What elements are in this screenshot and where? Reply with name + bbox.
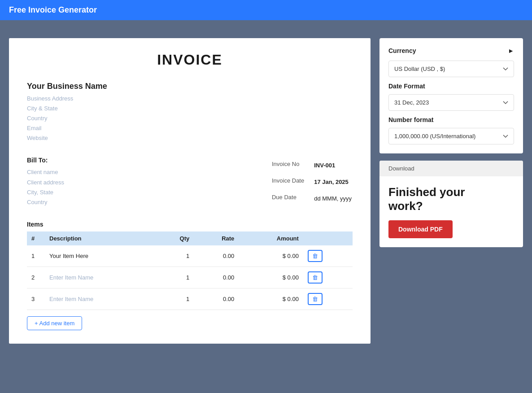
col-num: # — [27, 231, 45, 245]
download-heading-line1: Finished your — [388, 185, 465, 199]
invoice-no-value: INV-001 — [314, 157, 352, 173]
business-email-placeholder: Email — [27, 123, 353, 133]
invoice-meta-section: Invoice No INV-001 Invoice Date 17 Jan, … — [190, 157, 353, 207]
col-action — [303, 231, 353, 245]
download-card-body: Finished your work? Download PDF — [379, 176, 523, 247]
item-rate: 0.00 — [194, 288, 239, 310]
item-num: 1 — [27, 245, 45, 267]
bill-section: Bill To: Client name Client address City… — [27, 157, 353, 207]
invoice-date-label: Invoice Date — [272, 174, 313, 190]
client-name-placeholder: Client name — [27, 167, 190, 177]
item-amount: $ 0.00 — [239, 266, 303, 288]
date-format-label: Date Format — [388, 83, 514, 90]
items-table: # Description Qty Rate Amount 1Your Item… — [27, 231, 353, 310]
item-description: Your Item Here — [45, 245, 155, 267]
download-heading: Finished your work? — [388, 185, 514, 213]
due-date-value: dd MMM, yyyy — [314, 191, 352, 206]
invoice-title: INVOICE — [27, 52, 353, 68]
item-qty: 1 — [155, 245, 194, 267]
client-country-placeholder: Country — [27, 197, 190, 207]
item-num: 3 — [27, 288, 45, 310]
item-rate: 0.00 — [194, 245, 239, 267]
items-label: Items — [27, 221, 353, 228]
main-content: INVOICE Your Business Name Business Addr… — [0, 20, 532, 353]
bill-to-label: Bill To: — [27, 157, 190, 164]
invoice-date-value: 17 Jan, 2025 — [314, 174, 352, 190]
business-city-state-placeholder: City & State — [27, 104, 353, 114]
col-amount: Amount — [239, 231, 303, 245]
invoice-meta-table: Invoice No INV-001 Invoice Date 17 Jan, … — [271, 157, 353, 207]
number-format-label: Number format — [388, 116, 514, 123]
table-row: 3Enter Item Name10.00$ 0.00🗑 — [27, 288, 353, 310]
add-item-button[interactable]: + Add new item — [27, 316, 82, 330]
currency-select[interactable]: US Dollar (USD , $) Euro (EUR , €) Briti… — [388, 61, 514, 77]
item-description: Enter Item Name — [45, 266, 155, 288]
item-num: 2 — [27, 266, 45, 288]
delete-item-button[interactable]: 🗑 — [308, 250, 323, 262]
col-qty: Qty — [155, 231, 194, 245]
invoice-panel: INVOICE Your Business Name Business Addr… — [9, 38, 371, 344]
item-rate: 0.00 — [194, 266, 239, 288]
currency-section-header: Currency ► — [388, 47, 514, 54]
download-heading-line2: work? — [388, 199, 423, 213]
table-row: 2Enter Item Name10.00$ 0.00🗑 — [27, 266, 353, 288]
currency-label: Currency — [388, 47, 416, 54]
date-format-select[interactable]: 31 Dec, 2023 12/31/2023 2023-12-31 — [388, 94, 514, 111]
client-address-placeholder: Client address — [27, 178, 190, 188]
business-address-placeholder: Business Address — [27, 94, 353, 104]
settings-card: Currency ► US Dollar (USD , $) Euro (EUR… — [379, 38, 523, 153]
business-name: Your Business Name — [27, 82, 353, 91]
bill-to-section: Bill To: Client name Client address City… — [27, 157, 190, 207]
due-date-label: Due Date — [272, 191, 313, 206]
item-amount: $ 0.00 — [239, 288, 303, 310]
client-city-state-placeholder: City, State — [27, 188, 190, 197]
delete-item-button[interactable]: 🗑 — [308, 271, 323, 284]
table-row: 1Your Item Here10.00$ 0.00🗑 — [27, 245, 353, 267]
business-website-placeholder: Website — [27, 133, 353, 143]
item-description: Enter Item Name — [45, 288, 155, 310]
download-pdf-button[interactable]: Download PDF — [388, 220, 453, 238]
item-qty: 1 — [155, 266, 194, 288]
col-description: Description — [45, 231, 155, 245]
business-country-placeholder: Country — [27, 114, 353, 123]
number-format-select[interactable]: 1,000,000.00 (US/International) 1.000.00… — [388, 128, 514, 144]
delete-item-button[interactable]: 🗑 — [308, 293, 323, 305]
download-card-header: Download — [379, 161, 523, 176]
item-qty: 1 — [155, 288, 194, 310]
items-table-header: # Description Qty Rate Amount — [27, 231, 353, 245]
download-card: Download Finished your work? Download PD… — [379, 161, 523, 247]
invoice-no-label: Invoice No — [272, 157, 313, 173]
client-info: Client name Client address City, State C… — [27, 167, 190, 207]
header-bar: Free Invoice Generator — [0, 0, 532, 20]
right-sidebar: Currency ► US Dollar (USD , $) Euro (EUR… — [379, 38, 523, 344]
business-address-area: Business Address City & State Country Em… — [27, 94, 353, 143]
arrow-icon: ► — [508, 47, 514, 54]
header-title: Free Invoice Generator — [9, 5, 97, 14]
item-amount: $ 0.00 — [239, 245, 303, 267]
col-rate: Rate — [194, 231, 239, 245]
